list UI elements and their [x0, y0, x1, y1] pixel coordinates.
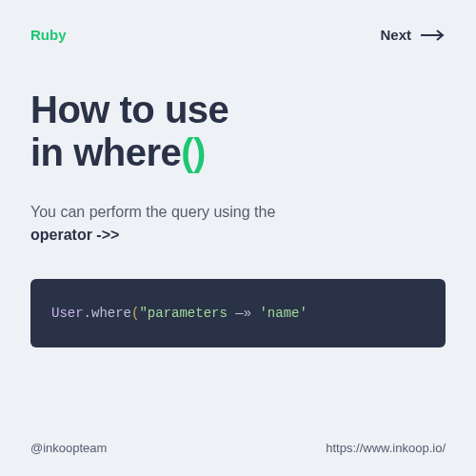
next-label: Next — [380, 27, 411, 43]
next-link[interactable]: Next — [380, 27, 446, 43]
page-title: How to use in where() — [30, 89, 446, 174]
code-method: where — [91, 306, 131, 321]
description-bold: operator ->> — [30, 227, 119, 243]
title-line2-plain: in where — [30, 131, 181, 173]
footer-url: https://www.inkoop.io/ — [326, 441, 446, 455]
title-line1: How to use — [30, 89, 228, 130]
code-class: User — [51, 306, 84, 321]
category-label: Ruby — [30, 27, 67, 43]
code-block: User.where("parameters —» 'name' — [30, 279, 446, 347]
title-accent: () — [181, 131, 206, 173]
code-arrow: —» — [228, 306, 260, 321]
footer-handle: @inkoopteam — [30, 441, 107, 455]
description-before: You can perform the query using the — [30, 204, 275, 220]
code-dot: . — [84, 306, 91, 321]
footer-bar: @inkoopteam https://www.inkoop.io/ — [30, 441, 446, 455]
code-string-close: 'name' — [259, 306, 307, 321]
arrow-right-icon — [421, 30, 446, 41]
header-bar: Ruby Next — [30, 27, 446, 43]
code-string-open: "parameters — [139, 306, 227, 321]
description-text: You can perform the query using the oper… — [30, 201, 373, 247]
